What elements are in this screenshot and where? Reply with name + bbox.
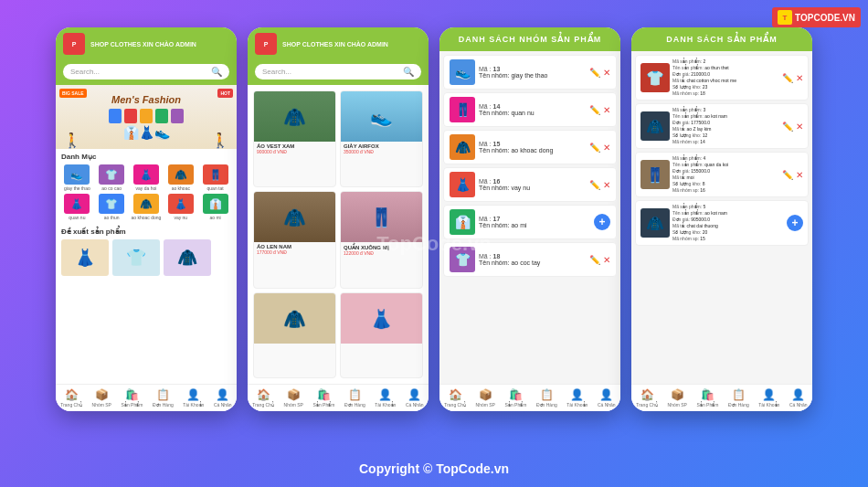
nav-tai-khoan[interactable]: 👤 Tài Khoản xyxy=(375,388,396,408)
delete-button[interactable]: ✕ xyxy=(603,180,610,190)
phone-1: P SHOP CLOTHES XIN CHÀO ADMIN Search... … xyxy=(56,27,237,411)
nav-don-hang[interactable]: 📋 Đơn Hàng xyxy=(728,388,749,408)
cat-img: 🧥 xyxy=(133,194,159,214)
nav-don-hang[interactable]: 📋 Đơn Hàng xyxy=(153,388,174,408)
cat-item[interactable]: 🧥 ao khoac xyxy=(164,164,196,191)
detail-row: Đơn giá: 155000.0 xyxy=(672,168,779,175)
cat-item[interactable]: 🧥 ao khoac dong xyxy=(131,194,163,220)
item-ten: Tên nhóm: ao mi xyxy=(479,222,590,228)
cat-item[interactable]: 👔 ao mi xyxy=(199,194,231,220)
list-item: 🧥 Mã : 15 Tên nhóm: ao khoac dong ✏️ ✕ xyxy=(443,130,617,164)
cat-img: 👖 xyxy=(203,164,228,185)
phone2-search-input[interactable]: Search... 🔍 xyxy=(255,64,421,79)
cat-item[interactable]: 👕 ao thun xyxy=(96,194,128,220)
nav-ca-nhan[interactable]: 👤 Cá Nhân xyxy=(406,388,424,408)
cat-item[interactable]: 👕 ao co cao xyxy=(96,164,128,191)
nav-label: Sản Phẩm xyxy=(313,402,335,408)
product-card[interactable]: 👗 xyxy=(340,292,423,378)
phone2-title: SHOP CLOTHES XIN CHÀO ADMIN xyxy=(282,41,388,48)
item-ma: Mã : 18 xyxy=(479,253,586,259)
nav-san-pham[interactable]: 🛍️ Sản Phẩm xyxy=(122,388,143,408)
detail-row: Mã sản phẩm: 4 xyxy=(672,155,779,162)
detail-info: Mã sản phẩm: 2 Tên sản phẩm: ao thun the… xyxy=(672,58,779,97)
nav-nhom-sp[interactable]: 📦 Nhóm SP xyxy=(476,388,495,408)
item-info: Mã : 15 Tên nhóm: ao khoac dong xyxy=(479,141,586,154)
edit-button[interactable]: ✏️ xyxy=(589,105,600,115)
nav-tai-khoan[interactable]: 👤 Tài Khoản xyxy=(758,388,779,408)
phone3-list: 👟 Mã : 13 Tên nhóm: giay the thao ✏️ ✕ 👖… xyxy=(439,51,620,384)
profile-icon: 👤 xyxy=(408,388,421,401)
nav-ca-nhan[interactable]: 👤 Cá Nhân xyxy=(789,388,808,408)
cat-img: 👔 xyxy=(203,194,228,214)
item-info: Mã : 17 Tên nhóm: ao mi xyxy=(479,216,590,228)
edit-button[interactable]: ✏️ xyxy=(589,255,600,265)
cat-item[interactable]: 👗 quan nu xyxy=(61,194,93,220)
product-card[interactable]: 👟 GIÀY AIRFOX 350000 đ VNĐ xyxy=(340,90,423,187)
item-actions: + xyxy=(594,214,610,230)
item-actions: ✏️ ✕ xyxy=(782,170,803,180)
nav-nhom-sp[interactable]: 📦 Nhóm SP xyxy=(284,388,303,408)
product-name: ÁO VEST XAM xyxy=(254,142,335,149)
nav-don-hang[interactable]: 📋 Đơn Hàng xyxy=(536,388,557,408)
edit-button[interactable]: ✏️ xyxy=(782,122,793,132)
nav-trang-chu[interactable]: 🏠 Trang Chủ xyxy=(60,388,82,408)
cat-item[interactable]: 👖 quan tat xyxy=(199,164,231,191)
delete-button[interactable]: ✕ xyxy=(603,143,610,153)
nav-nhom-sp[interactable]: 📦 Nhóm SP xyxy=(92,388,111,408)
nav-nhom-sp[interactable]: 📦 Nhóm SP xyxy=(668,388,687,408)
nav-don-hang[interactable]: 📋 Đơn Hàng xyxy=(344,388,365,408)
detail-row: Mã nhóm sp: 14 xyxy=(672,139,779,145)
nav-trang-chu[interactable]: 🏠 Trang Chủ xyxy=(444,388,466,408)
product-card[interactable]: 🧥 xyxy=(253,292,336,378)
add-button[interactable]: + xyxy=(787,215,803,231)
nav-label: Trang Chủ xyxy=(636,402,658,408)
item-info: Mã : 18 Tên nhóm: ao coc tay xyxy=(479,253,586,266)
nav-ca-nhan[interactable]: 👤 Cá Nhân xyxy=(214,388,232,408)
item-ten: Tên nhóm: vay nu xyxy=(479,185,586,191)
product-name: GIÀY AIRFOX xyxy=(341,142,422,149)
item-actions: + xyxy=(787,215,803,231)
edit-button[interactable]: ✏️ xyxy=(589,68,600,78)
de-xuat-img: 👕 xyxy=(112,239,160,276)
cat-label: ao mi xyxy=(209,215,220,220)
nav-ca-nhan[interactable]: 👤 Cá Nhân xyxy=(598,388,616,408)
product-price: 177000 đ VNĐ xyxy=(254,249,335,257)
detail-list-item: 🧥 Mã sản phẩm: 5 Tên sản phẩm: ao kot na… xyxy=(635,200,809,246)
nav-tai-khoan[interactable]: 👤 Tài Khoản xyxy=(566,388,587,408)
nav-san-pham[interactable]: 🛍️ Sản Phẩm xyxy=(697,388,719,408)
product-card[interactable]: 🧥 ÁO VEST XAM 900000 đ VNĐ xyxy=(253,90,336,187)
delete-button[interactable]: ✕ xyxy=(603,105,610,115)
delete-button[interactable]: ✕ xyxy=(796,122,803,132)
phone2-bottom-nav: 🏠 Trang Chủ 📦 Nhóm SP 🛍️ Sản Phẩm 📋 Đơn … xyxy=(248,384,429,411)
cat-item[interactable]: 👗 vay da hoi xyxy=(131,164,163,191)
edit-button[interactable]: ✏️ xyxy=(782,73,793,83)
danh-muc-section: Danh Mục 👟 giay the thao 👕 ao co cao 👗 v… xyxy=(56,149,237,224)
nav-san-pham[interactable]: 🛍️ Sản Phẩm xyxy=(505,388,527,408)
delete-button[interactable]: ✕ xyxy=(796,170,803,180)
nav-label: Sản Phẩm xyxy=(122,402,143,408)
nav-trang-chu[interactable]: 🏠 Trang Chủ xyxy=(252,388,274,408)
add-button[interactable]: + xyxy=(594,214,610,230)
nav-trang-chu[interactable]: 🏠 Trang Chủ xyxy=(636,388,658,408)
de-xuat-section: Đề xuất sản phẩm 👗 👕 🧥 xyxy=(56,224,237,280)
product-card[interactable]: 🧥 ÁO LEN NAM 177000 đ VNĐ xyxy=(253,191,336,289)
phone4-content: 👕 Mã sản phẩm: 2 Tên sản phẩm: ao thun t… xyxy=(631,51,812,384)
cat-label: vay da hoi xyxy=(136,185,157,191)
edit-button[interactable]: ✏️ xyxy=(589,180,600,190)
product-name: ÁO LEN NAM xyxy=(254,242,335,249)
cat-item[interactable]: 👗 vay nu xyxy=(164,194,196,220)
phone1-search-input[interactable]: Search... 🔍 xyxy=(63,64,229,79)
edit-button[interactable]: ✏️ xyxy=(589,143,600,153)
product-card[interactable]: 👖 QUẦN XUÔNG MỊ 122000 đ VNĐ xyxy=(340,191,423,289)
nav-label: Nhóm SP xyxy=(668,402,687,408)
delete-button[interactable]: ✕ xyxy=(796,73,803,83)
delete-button[interactable]: ✕ xyxy=(603,68,610,78)
nav-label: Đơn Hàng xyxy=(536,402,557,408)
edit-button[interactable]: ✏️ xyxy=(782,170,793,180)
item-ten: Tên nhóm: giay the thao xyxy=(479,72,586,79)
cat-item[interactable]: 👟 giay the thao xyxy=(61,164,93,191)
nav-san-pham[interactable]: 🛍️ Sản Phẩm xyxy=(313,388,335,408)
detail-row: Mã sản phẩm: 5 xyxy=(672,204,784,210)
delete-button[interactable]: ✕ xyxy=(603,255,610,265)
nav-tai-khoan[interactable]: 👤 Tài Khoản xyxy=(183,388,204,408)
